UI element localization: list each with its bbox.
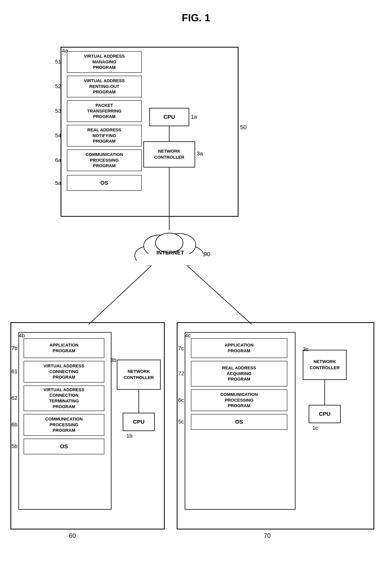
cpu-b: CPU bbox=[309, 405, 340, 423]
label-6a: 6a bbox=[55, 157, 61, 163]
label-51: 51 bbox=[55, 59, 61, 65]
label-1a: 1a bbox=[191, 114, 197, 120]
prog-cp-b: COMMUNICATIONPROCESSINGPROGRAM bbox=[191, 389, 287, 411]
prog-53: PACKETTRANSFERRINGPROGRAM bbox=[67, 100, 142, 122]
prog-ap-b: APPLICATIONPROGRAM bbox=[191, 338, 287, 358]
label-4c: 4c bbox=[185, 332, 191, 339]
label-50: 50 bbox=[240, 124, 246, 131]
label-70: 70 bbox=[264, 532, 271, 539]
label-53: 53 bbox=[55, 108, 61, 114]
prog-54: REAL ADDRESSNOTIFYINGPROGRAM bbox=[67, 125, 142, 146]
prog-6a: COMMUNICATIONPROCESSINGPROGRAM bbox=[67, 149, 142, 171]
label-7c: 7c bbox=[178, 345, 184, 351]
label-1c: 1c bbox=[312, 425, 318, 431]
netctrl-b: NETWORKCONTROLLER bbox=[303, 350, 346, 380]
label-6c: 6c bbox=[178, 397, 184, 403]
cpu-a: CPU bbox=[123, 413, 154, 431]
prog-51: VIRTUAL ADDRESSMANAGINGPROGRAM bbox=[67, 51, 142, 73]
label-61: 61 bbox=[12, 368, 18, 375]
prog-os-b: OS bbox=[191, 414, 287, 430]
prog-vac-a: VIRTUAL ADDRESSCONNECTINGPROGRAM bbox=[24, 361, 104, 383]
label-1b: 1b bbox=[126, 433, 132, 439]
label-4b: 4b bbox=[19, 332, 25, 339]
label-6b: 6b bbox=[12, 422, 18, 428]
label-7b: 7b bbox=[12, 345, 18, 351]
prog-ap-a: APPLICATIONPROGRAM bbox=[24, 338, 104, 358]
label-90: 90 bbox=[204, 251, 210, 257]
label-3c: 3c bbox=[303, 346, 308, 352]
internet-label: INTERNET bbox=[142, 245, 199, 261]
label-5b: 5b bbox=[12, 443, 18, 449]
label-72: 72 bbox=[178, 370, 184, 377]
label-3a: 3a bbox=[197, 150, 203, 157]
svg-line-13 bbox=[187, 266, 252, 325]
prog-52: VIRTUAL ADDRESSRENTING-OUTPROGRAM bbox=[67, 76, 142, 97]
netctrl-a: NETWORKCONTROLLER bbox=[117, 360, 160, 389]
cpu-server: CPU bbox=[150, 108, 189, 126]
figure-title: FIG. 1 bbox=[0, 0, 392, 31]
label-62: 62 bbox=[12, 395, 18, 401]
label-5c: 5c bbox=[178, 419, 184, 425]
prog-os-a: OS bbox=[24, 439, 104, 454]
label-52: 52 bbox=[55, 83, 61, 89]
prog-cp-a: COMMUNICATIONPROCESSINGPROGRAM bbox=[24, 414, 104, 436]
prog-vact-a: VIRTUAL ADDRESSCONNECTIONTERMINATINGPROG… bbox=[24, 386, 104, 411]
page-container: FIG. 1 bbox=[0, 0, 392, 581]
label-60: 60 bbox=[69, 532, 76, 539]
netctrl-server: NETWORKCONTROLLER bbox=[144, 142, 195, 167]
label-54: 54 bbox=[55, 132, 61, 139]
svg-line-12 bbox=[88, 266, 152, 325]
prog-5a: OS bbox=[67, 175, 142, 191]
label-3b: 3b bbox=[110, 357, 116, 363]
label-5a: 5a bbox=[55, 180, 61, 186]
prog-raa-b: REAL ADDRESSACQUIRINGPROGRAM bbox=[191, 361, 287, 387]
diagram-area: 4a VIRTUAL ADDRESSMANAGINGPROGRAM 51 VIR… bbox=[0, 31, 392, 581]
